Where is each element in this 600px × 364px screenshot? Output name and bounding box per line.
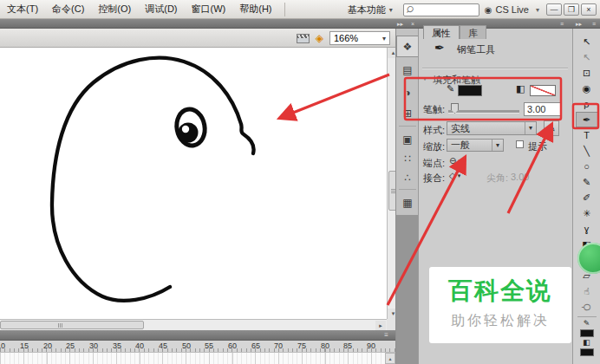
frames-scroll-icon[interactable]: ▴: [385, 353, 395, 364]
menu-item[interactable]: 调试(D): [138, 0, 184, 18]
cap-style-button[interactable]: ⊖ ▾: [449, 156, 461, 166]
stroke-weight-label: 笔触:: [423, 103, 445, 116]
menu-item[interactable]: 帮助(H): [232, 0, 278, 18]
cap-label: 端点:: [423, 157, 445, 170]
minimize-button[interactable]: —: [546, 3, 562, 16]
toolbar-collapse-icon[interactable]: ▸▸: [576, 20, 582, 28]
hinting-checkbox[interactable]: [516, 140, 524, 148]
panel-dock: ❖▤◑⊞▣∷∴▦: [395, 29, 418, 364]
stroke-weight-input[interactable]: 3.00: [524, 102, 562, 116]
ruler-number: 10: [0, 341, 10, 350]
ruler-number: 55: [200, 341, 218, 350]
chevron-down-icon: ▾: [458, 158, 461, 165]
restore-button[interactable]: ❐: [564, 3, 579, 16]
cs-live-label: CS Live: [495, 4, 529, 15]
tab-properties[interactable]: 属性: [423, 25, 460, 39]
toolbar-menu-icon[interactable]: ≡: [592, 20, 596, 28]
stage-zoom-select[interactable]: 166% ▾: [329, 31, 390, 45]
ruler-number: 20: [39, 341, 56, 350]
lasso-tool[interactable]: ρ: [576, 96, 598, 112]
ruler-number: 15: [16, 341, 33, 350]
scale-label: 缩放:: [423, 140, 445, 153]
ruler-number: 30: [85, 341, 102, 350]
menu-bar: 文本(T)命令(C)控制(O)调试(D)窗口(W)帮助(H) 基本功能 ▾ Ϙ …: [0, 0, 600, 19]
scroll-right-icon[interactable]: ▸: [375, 321, 386, 330]
fill-color-icon: ◧: [583, 338, 590, 348]
chevron-down-icon: ▾: [389, 6, 393, 14]
section-collapse-icon[interactable]: ▿: [423, 75, 427, 82]
stroke-style-select[interactable]: 实线 ▾: [447, 121, 537, 135]
dock-panel-motion-presets[interactable]: ∴: [396, 168, 419, 187]
stage-canvas[interactable]: [0, 48, 387, 319]
dock-collapse-icon[interactable]: ▸▸: [397, 20, 403, 28]
deco-tool[interactable]: ✳: [576, 205, 598, 221]
menu-item[interactable]: 窗口(W): [185, 0, 233, 18]
menu-item[interactable]: 命令(C): [45, 0, 91, 18]
stroke-color-icon: ✎: [447, 83, 454, 94]
ruler-number: 70: [270, 341, 287, 350]
miter-label: 尖角:: [486, 172, 508, 185]
timeline-menu-icon[interactable]: ≡: [384, 331, 388, 339]
subselection-tool[interactable]: ↖: [576, 49, 598, 65]
tab-library[interactable]: 库: [460, 25, 486, 39]
dock-panel-align[interactable]: ⊞: [396, 104, 419, 123]
edit-stroke-style-button[interactable]: ✎: [544, 120, 559, 136]
brush-tool[interactable]: ✐: [576, 190, 598, 205]
pen-tool-icon: ✒: [434, 41, 445, 55]
toolbar-fill-color-swatch[interactable]: [580, 348, 594, 356]
free-transform-tool[interactable]: ⊡: [576, 65, 598, 81]
current-tool-name: 钢笔工具: [457, 43, 495, 56]
oval-tool[interactable]: ○: [576, 159, 598, 174]
properties-panel-menu-icon[interactable]: ≡: [560, 20, 564, 28]
stroke-style-value: 实线: [451, 122, 470, 135]
toolbar-stroke-color-swatch[interactable]: [580, 329, 594, 337]
ruler-number: 50: [178, 341, 195, 350]
chevron-down-icon[interactable]: ▾: [536, 6, 539, 14]
chevron-down-icon: ▾: [382, 35, 386, 42]
selection-tool[interactable]: ↖: [576, 34, 598, 49]
horizontal-scrollbar[interactable]: ▸: [0, 319, 387, 330]
watermark-subtitle: 助你轻松解决: [429, 312, 571, 330]
watermark-title: 百科全说: [429, 275, 571, 308]
divider: [422, 68, 568, 68]
edit-symbols-icon[interactable]: ◈: [316, 33, 323, 43]
menu-item[interactable]: 文本(T): [0, 0, 45, 18]
miter-value: 3.00: [511, 172, 529, 182]
menu-divider: [284, 3, 285, 16]
pencil-tool[interactable]: ✎: [576, 174, 598, 190]
dock-panel-swatches[interactable]: ∷: [396, 149, 419, 168]
stroke-weight-slider[interactable]: [448, 110, 519, 113]
dock-panel-properties-group[interactable]: ❖: [396, 36, 419, 57]
horizontal-scroll-thumb[interactable]: [0, 321, 144, 329]
dock-panel-library[interactable]: ▤: [396, 61, 419, 80]
stroke-scale-value: 一般: [451, 139, 470, 152]
fill-color-swatch[interactable]: [530, 85, 556, 96]
menu-items: 文本(T)命令(C)控制(O)调试(D)窗口(W)帮助(H): [0, 0, 279, 18]
edit-scene-icon[interactable]: [297, 34, 310, 43]
stage-zoom-value: 166%: [334, 33, 358, 43]
stroke-color-swatch[interactable]: [458, 85, 482, 96]
dock-close-icon[interactable]: ×: [411, 20, 414, 28]
menu-item[interactable]: 控制(O): [91, 0, 138, 18]
search-input[interactable]: Ϙ: [403, 3, 479, 16]
join-style-button[interactable]: ◇ ▾: [449, 171, 460, 180]
dock-panel-color[interactable]: ◑: [396, 83, 419, 102]
ruler-number: 90: [362, 341, 380, 350]
stroke-scale-select[interactable]: 一般 ▾: [447, 139, 504, 152]
close-button[interactable]: ×: [581, 3, 597, 16]
dock-panel-info[interactable]: ▣: [396, 130, 419, 149]
cs-live-button[interactable]: ◉ CS Live: [485, 4, 529, 15]
text-tool[interactable]: T: [576, 127, 598, 143]
workspace-label: 基本功能: [348, 3, 386, 16]
pen-tool[interactable]: ✒: [576, 112, 598, 127]
panel-header-strip: [0, 19, 600, 29]
bone-tool[interactable]: ɣ: [576, 221, 598, 237]
workspace-switcher-button[interactable]: 基本功能 ▾: [342, 2, 398, 18]
rotation-3d-tool[interactable]: ◉: [576, 81, 598, 96]
ruler-number: 45: [154, 341, 172, 350]
dock-divider: [399, 126, 416, 127]
dock-panel-timeline[interactable]: ▦: [396, 193, 419, 212]
line-tool[interactable]: ╲: [576, 143, 598, 159]
timeline-frames-grid[interactable]: ▴: [0, 353, 395, 364]
style-label: 样式:: [423, 124, 445, 137]
